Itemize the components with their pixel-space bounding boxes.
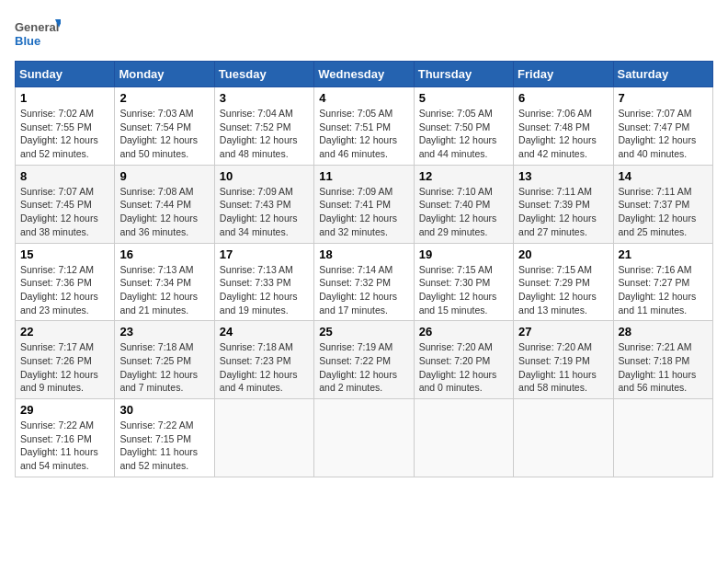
day-info: Sunrise: 7:07 AM Sunset: 7:47 PM Dayligh… <box>619 107 708 161</box>
day-info: Sunrise: 7:14 AM Sunset: 7:32 PM Dayligh… <box>319 263 408 317</box>
calendar-day-28: 28Sunrise: 7:21 AM Sunset: 7:18 PM Dayli… <box>613 321 712 399</box>
day-info: Sunrise: 7:13 AM Sunset: 7:34 PM Dayligh… <box>119 263 209 317</box>
calendar-day-14: 14Sunrise: 7:11 AM Sunset: 7:37 PM Dayli… <box>613 165 712 243</box>
calendar-day-19: 19Sunrise: 7:15 AM Sunset: 7:30 PM Dayli… <box>414 243 513 321</box>
day-info: Sunrise: 7:05 AM Sunset: 7:51 PM Dayligh… <box>319 107 408 161</box>
day-header-sunday: Sunday <box>16 62 115 87</box>
calendar-day-11: 11Sunrise: 7:09 AM Sunset: 7:41 PM Dayli… <box>314 165 414 243</box>
day-number: 15 <box>20 247 109 261</box>
calendar-week-4: 22Sunrise: 7:17 AM Sunset: 7:26 PM Dayli… <box>16 321 713 399</box>
day-number: 12 <box>419 169 508 183</box>
calendar-day-20: 20Sunrise: 7:15 AM Sunset: 7:29 PM Dayli… <box>514 243 613 321</box>
day-number: 21 <box>619 247 708 261</box>
day-number: 23 <box>119 325 209 339</box>
day-number: 17 <box>220 247 309 261</box>
day-number: 24 <box>220 325 309 339</box>
day-number: 30 <box>119 403 209 417</box>
empty-cell <box>414 399 513 477</box>
calendar-day-12: 12Sunrise: 7:10 AM Sunset: 7:40 PM Dayli… <box>414 165 513 243</box>
calendar-day-8: 8Sunrise: 7:07 AM Sunset: 7:45 PM Daylig… <box>16 165 115 243</box>
calendar-day-1: 1Sunrise: 7:02 AM Sunset: 7:55 PM Daylig… <box>16 87 115 166</box>
day-info: Sunrise: 7:19 AM Sunset: 7:22 PM Dayligh… <box>319 340 408 395</box>
calendar-day-22: 22Sunrise: 7:17 AM Sunset: 7:26 PM Dayli… <box>16 321 115 399</box>
day-header-tuesday: Tuesday <box>214 62 313 87</box>
day-info: Sunrise: 7:21 AM Sunset: 7:18 PM Dayligh… <box>619 340 708 395</box>
day-info: Sunrise: 7:02 AM Sunset: 7:55 PM Dayligh… <box>20 107 109 161</box>
day-info: Sunrise: 7:15 AM Sunset: 7:29 PM Dayligh… <box>518 263 608 317</box>
day-number: 20 <box>518 247 608 261</box>
day-number: 4 <box>319 91 408 105</box>
day-info: Sunrise: 7:08 AM Sunset: 7:44 PM Dayligh… <box>119 185 209 239</box>
day-info: Sunrise: 7:22 AM Sunset: 7:15 PM Dayligh… <box>119 419 209 473</box>
day-number: 16 <box>119 247 209 261</box>
day-number: 11 <box>319 169 408 183</box>
day-info: Sunrise: 7:09 AM Sunset: 7:43 PM Dayligh… <box>220 185 309 239</box>
day-header-wednesday: Wednesday <box>314 62 414 87</box>
day-info: Sunrise: 7:16 AM Sunset: 7:27 PM Dayligh… <box>619 263 708 317</box>
calendar-day-17: 17Sunrise: 7:13 AM Sunset: 7:33 PM Dayli… <box>214 243 313 321</box>
day-info: Sunrise: 7:07 AM Sunset: 7:45 PM Dayligh… <box>20 185 109 239</box>
calendar-day-4: 4Sunrise: 7:05 AM Sunset: 7:51 PM Daylig… <box>314 87 414 166</box>
calendar-day-7: 7Sunrise: 7:07 AM Sunset: 7:47 PM Daylig… <box>613 87 712 166</box>
day-number: 19 <box>419 247 508 261</box>
calendar-week-2: 8Sunrise: 7:07 AM Sunset: 7:45 PM Daylig… <box>16 165 713 243</box>
day-info: Sunrise: 7:10 AM Sunset: 7:40 PM Dayligh… <box>419 185 508 239</box>
calendar-day-21: 21Sunrise: 7:16 AM Sunset: 7:27 PM Dayli… <box>613 243 712 321</box>
day-number: 2 <box>119 91 209 105</box>
day-info: Sunrise: 7:18 AM Sunset: 7:25 PM Dayligh… <box>119 340 209 395</box>
day-info: Sunrise: 7:12 AM Sunset: 7:36 PM Dayligh… <box>20 263 109 317</box>
empty-cell <box>613 399 712 477</box>
day-info: Sunrise: 7:11 AM Sunset: 7:39 PM Dayligh… <box>518 185 608 239</box>
calendar-day-18: 18Sunrise: 7:14 AM Sunset: 7:32 PM Dayli… <box>314 243 414 321</box>
calendar-day-9: 9Sunrise: 7:08 AM Sunset: 7:44 PM Daylig… <box>115 165 214 243</box>
calendar-day-2: 2Sunrise: 7:03 AM Sunset: 7:54 PM Daylig… <box>115 87 214 166</box>
day-number: 18 <box>319 247 408 261</box>
day-info: Sunrise: 7:22 AM Sunset: 7:16 PM Dayligh… <box>20 419 109 473</box>
day-number: 14 <box>619 169 708 183</box>
day-info: Sunrise: 7:05 AM Sunset: 7:50 PM Dayligh… <box>419 107 508 161</box>
svg-text:Blue: Blue <box>15 34 40 48</box>
day-info: Sunrise: 7:17 AM Sunset: 7:26 PM Dayligh… <box>20 340 109 395</box>
calendar-week-3: 15Sunrise: 7:12 AM Sunset: 7:36 PM Dayli… <box>16 243 713 321</box>
calendar-day-24: 24Sunrise: 7:18 AM Sunset: 7:23 PM Dayli… <box>214 321 313 399</box>
day-header-saturday: Saturday <box>613 62 712 87</box>
day-info: Sunrise: 7:04 AM Sunset: 7:52 PM Dayligh… <box>220 107 309 161</box>
calendar-table: SundayMondayTuesdayWednesdayThursdayFrid… <box>15 61 713 477</box>
logo-svg: General Blue <box>15 15 61 52</box>
day-number: 1 <box>20 91 109 105</box>
day-header-thursday: Thursday <box>414 62 513 87</box>
empty-cell <box>514 399 613 477</box>
calendar-day-16: 16Sunrise: 7:13 AM Sunset: 7:34 PM Dayli… <box>115 243 214 321</box>
day-number: 22 <box>20 325 109 339</box>
calendar-week-1: 1Sunrise: 7:02 AM Sunset: 7:55 PM Daylig… <box>16 87 713 166</box>
calendar-day-15: 15Sunrise: 7:12 AM Sunset: 7:36 PM Dayli… <box>16 243 115 321</box>
day-header-friday: Friday <box>514 62 613 87</box>
calendar-day-13: 13Sunrise: 7:11 AM Sunset: 7:39 PM Dayli… <box>514 165 613 243</box>
day-info: Sunrise: 7:20 AM Sunset: 7:20 PM Dayligh… <box>419 340 508 395</box>
day-info: Sunrise: 7:06 AM Sunset: 7:48 PM Dayligh… <box>518 107 608 161</box>
day-number: 28 <box>619 325 708 339</box>
day-info: Sunrise: 7:11 AM Sunset: 7:37 PM Dayligh… <box>619 185 708 239</box>
calendar-day-30: 30Sunrise: 7:22 AM Sunset: 7:15 PM Dayli… <box>115 399 214 477</box>
day-info: Sunrise: 7:03 AM Sunset: 7:54 PM Dayligh… <box>119 107 209 161</box>
day-header-monday: Monday <box>115 62 214 87</box>
header: General Blue <box>15 15 713 52</box>
empty-cell <box>214 399 313 477</box>
day-info: Sunrise: 7:15 AM Sunset: 7:30 PM Dayligh… <box>419 263 508 317</box>
day-number: 29 <box>20 403 109 417</box>
day-number: 27 <box>518 325 608 339</box>
day-number: 9 <box>119 169 209 183</box>
day-number: 10 <box>220 169 309 183</box>
day-number: 7 <box>619 91 708 105</box>
empty-cell <box>314 399 414 477</box>
day-info: Sunrise: 7:18 AM Sunset: 7:23 PM Dayligh… <box>220 340 309 395</box>
calendar-week-5: 29Sunrise: 7:22 AM Sunset: 7:16 PM Dayli… <box>16 399 713 477</box>
calendar-day-27: 27Sunrise: 7:20 AM Sunset: 7:19 PM Dayli… <box>514 321 613 399</box>
logo: General Blue <box>15 15 61 52</box>
day-number: 25 <box>319 325 408 339</box>
calendar-day-5: 5Sunrise: 7:05 AM Sunset: 7:50 PM Daylig… <box>414 87 513 166</box>
calendar-day-6: 6Sunrise: 7:06 AM Sunset: 7:48 PM Daylig… <box>514 87 613 166</box>
day-number: 26 <box>419 325 508 339</box>
day-number: 8 <box>20 169 109 183</box>
calendar-day-25: 25Sunrise: 7:19 AM Sunset: 7:22 PM Dayli… <box>314 321 414 399</box>
